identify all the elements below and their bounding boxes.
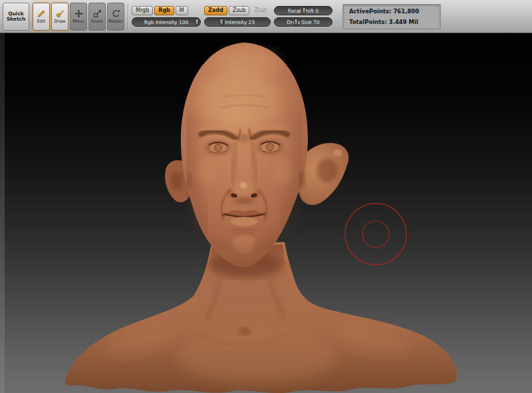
slider-handle[interactable] [302,7,306,14]
quick-sketch-label-2: Sketch [7,17,26,22]
active-points-readout: ActivePoints: 761,800 [349,8,434,15]
sculpt-model-head[interactable] [181,43,308,267]
edit-label: Edit [37,19,46,24]
z-intensity-label: Z Intensity 23 [220,19,255,25]
zbrush-window: Quick Sketch Edit Draw Mov [0,0,532,393]
rotate-button[interactable]: Rotate [107,3,124,31]
brush-settings-group: Focal Shift 0 Draw Size 70 [274,6,332,27]
m-button[interactable]: M [176,6,188,15]
draw-button[interactable]: Draw [51,3,68,31]
draw-label: Draw [55,19,66,24]
scale-label: Scale [91,19,103,24]
brush-cursor [345,203,406,265]
rgb-button[interactable]: Rgb [154,6,174,15]
quick-sketch-button[interactable]: Quick Sketch [3,3,29,31]
move-label: Move [72,19,84,24]
scale-icon [93,9,102,18]
slider-handle[interactable] [294,19,298,25]
transform-tool-group: Edit Draw Move Scale [33,3,124,31]
zsub-button[interactable]: Zsub [229,6,250,15]
paint-group: Mrgb Rgb M Rgb Intensity 100 [132,6,201,27]
total-points-readout: TotalPoints: 3.449 Mil [349,19,434,25]
focal-shift-slider[interactable]: Focal Shift 0 [274,6,332,15]
viewport-canvas[interactable] [0,33,532,393]
toolbar-divider [128,3,128,30]
slider-handle[interactable] [195,19,199,25]
z-intensity-slider[interactable]: Z Intensity 23 [204,17,271,27]
slider-handle[interactable] [219,19,223,25]
draw-size-slider[interactable]: Draw Size 70 [274,17,332,27]
draw-size-label: Draw Size 70 [287,19,319,25]
sculpt-group: Zadd Zsub Zcut Z Intensity 23 [204,6,271,27]
rotate-label: Rotate [108,19,122,24]
move-button[interactable]: Move [70,3,87,31]
move-icon [74,9,83,18]
rotate-icon [112,9,120,18]
sculpt-model-bust[interactable] [65,43,457,393]
scale-button[interactable]: Scale [88,3,106,31]
mrgb-button[interactable]: Mrgb [132,6,153,15]
zadd-button[interactable]: Zadd [204,6,227,15]
quick-sketch-label-1: Quick [8,11,24,17]
edit-button[interactable]: Edit [33,3,50,31]
edit-icon [37,9,46,18]
viewport-render [0,33,532,393]
top-shelf: Quick Sketch Edit Draw Mov [0,0,532,33]
toolbar-filler [444,2,529,31]
rgb-intensity-slider[interactable]: Rgb Intensity 100 [132,17,201,27]
zcut-button[interactable]: Zcut [251,6,269,15]
draw-icon [56,9,65,18]
points-stats-panel: ActivePoints: 761,800 TotalPoints: 3.449… [342,4,441,29]
rgb-intensity-label: Rgb Intensity 100 [144,19,188,25]
